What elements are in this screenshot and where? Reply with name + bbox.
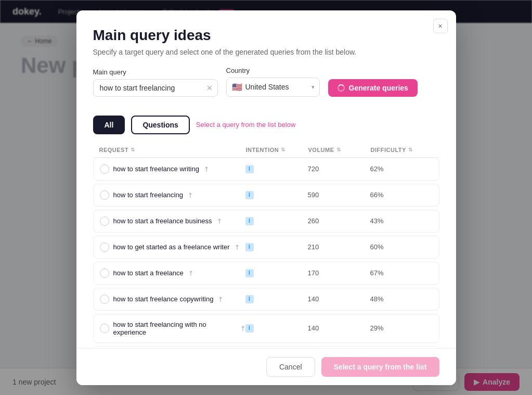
intention-badge: I	[245, 191, 254, 199]
cell-intention: I	[245, 324, 308, 333]
cell-intention: I	[245, 191, 308, 199]
external-link-icon: ↗	[201, 164, 211, 173]
cell-intention: I	[245, 217, 308, 225]
table-row[interactable]: how to get started as a freelance writer…	[93, 236, 439, 259]
request-text: how to start freelancing	[113, 191, 183, 199]
modal-footer: Cancel Select a query from the list	[76, 348, 456, 385]
cell-intention: I	[245, 243, 308, 251]
radio-circle	[100, 216, 109, 226]
main-query-modal: × Main query ideas Specify a target quer…	[76, 10, 456, 385]
cell-difficulty: 67%	[370, 269, 433, 277]
sort-volume-icon: ⇅	[336, 147, 341, 152]
results-table: REQUEST ⇅ INTENTION ⇅ VOLUME ⇅ DIFFICULT…	[76, 143, 456, 348]
cell-difficulty: 43%	[370, 217, 433, 225]
table-row[interactable]: how to start freelancing with no experie…	[93, 314, 439, 343]
main-query-input-wrapper: ✕	[93, 79, 218, 97]
cell-volume: 260	[308, 217, 370, 225]
cell-difficulty: 48%	[370, 295, 433, 303]
form-row: Main query ✕ Country 🇺🇸 United States ▾	[93, 67, 439, 97]
radio-circle	[100, 269, 109, 278]
cell-request: how to start freelancing with no experie…	[100, 321, 245, 336]
table-row[interactable]: how to start a freelance ↗ I 170 67%	[93, 262, 439, 285]
external-link-icon: ↗	[232, 242, 241, 251]
cell-difficulty: 60%	[370, 243, 433, 251]
request-text: how to get started as a freelance writer	[113, 243, 230, 251]
cell-volume: 590	[308, 191, 370, 199]
intention-badge: I	[245, 165, 254, 173]
country-select[interactable]: 🇺🇸 United States	[226, 78, 320, 97]
modal-header: × Main query ideas Specify a target quer…	[76, 10, 456, 116]
cancel-button[interactable]: Cancel	[266, 357, 315, 377]
table-row[interactable]: how to start freelancing ↗ I 590 66%	[93, 184, 439, 207]
table-row[interactable]: how to start freelance copywriting ↗ I 1…	[93, 288, 439, 311]
external-link-icon: ↗	[185, 190, 194, 199]
radio-circle	[100, 243, 109, 252]
cell-volume: 170	[308, 269, 370, 277]
intention-badge: I	[245, 295, 254, 303]
country-flag: 🇺🇸	[232, 82, 242, 92]
intention-badge: I	[245, 269, 254, 277]
cell-difficulty: 29%	[370, 324, 433, 332]
cell-volume: 140	[308, 295, 370, 303]
cell-request: how to start a freelance ↗	[100, 269, 245, 278]
filter-row: All Questions Select a query from the li…	[76, 116, 456, 134]
table-row[interactable]: how to start freelance writing ↗ I 720 6…	[93, 158, 439, 181]
cell-intention: I	[245, 269, 308, 277]
modal-subtitle: Specify a target query and select one of…	[93, 48, 439, 56]
spinner-icon	[338, 84, 345, 92]
radio-circle	[100, 164, 109, 174]
sort-difficulty-icon: ⇅	[408, 147, 413, 152]
modal-title: Main query ideas	[93, 27, 439, 44]
generate-queries-button[interactable]: Generate queries	[328, 79, 418, 97]
filter-hint: Select a query from the list below	[196, 121, 295, 129]
cell-request: how to start a freelance business ↗	[100, 216, 245, 226]
table-rows-container: how to start freelance writing ↗ I 720 6…	[93, 158, 439, 348]
tab-all[interactable]: All	[93, 116, 125, 134]
select-query-button[interactable]: Select a query from the list	[321, 357, 439, 377]
clear-input-button[interactable]: ✕	[206, 84, 213, 92]
th-volume: VOLUME ⇅	[308, 147, 371, 153]
tab-questions[interactable]: Questions	[131, 116, 189, 134]
cell-request: how to get started as a freelance writer…	[100, 243, 245, 252]
radio-circle	[100, 295, 109, 304]
generate-label: Generate queries	[349, 84, 408, 92]
cell-difficulty: 62%	[370, 165, 433, 173]
request-text: how to start freelance copywriting	[113, 295, 214, 303]
request-text: how to start a freelance	[113, 269, 184, 277]
request-text: how to start a freelance business	[113, 217, 212, 225]
sort-intention-icon: ⇅	[281, 147, 286, 152]
cell-intention: I	[245, 165, 308, 173]
cell-request: how to start freelance copywriting ↗	[100, 295, 245, 304]
external-link-icon: ↗	[214, 216, 224, 225]
main-query-group: Main query ✕	[93, 68, 218, 97]
cell-volume: 720	[308, 165, 370, 173]
radio-circle	[100, 190, 109, 200]
external-link-icon: ↗	[186, 268, 195, 277]
country-group: Country 🇺🇸 United States ▾	[226, 67, 320, 97]
intention-badge: I	[245, 243, 254, 251]
request-text: how to start freelancing with no experie…	[113, 321, 236, 336]
external-link-icon: ↗	[216, 294, 225, 303]
main-query-label: Main query	[93, 68, 218, 76]
cell-intention: I	[245, 295, 308, 303]
modal-overlay: × Main query ideas Specify a target quer…	[0, 0, 532, 395]
th-request: REQUEST ⇅	[99, 147, 246, 153]
main-query-input[interactable]	[93, 79, 218, 97]
country-select-wrapper: 🇺🇸 United States ▾	[226, 78, 320, 97]
cell-request: how to start freelance writing ↗	[100, 164, 245, 174]
request-text: how to start freelance writing	[113, 165, 199, 173]
sort-request-icon: ⇅	[131, 147, 135, 152]
table-row[interactable]: how to start a freelance business ↗ I 26…	[93, 210, 439, 233]
table-header: REQUEST ⇅ INTENTION ⇅ VOLUME ⇅ DIFFICULT…	[93, 143, 439, 158]
country-value: United States	[245, 83, 289, 91]
cell-volume: 140	[308, 324, 370, 332]
close-button[interactable]: ×	[433, 19, 448, 33]
th-intention: INTENTION ⇅	[246, 147, 308, 153]
cell-request: how to start freelancing ↗	[100, 190, 245, 200]
radio-circle	[100, 324, 109, 333]
th-difficulty: DIFFICULTY ⇅	[371, 147, 433, 153]
cell-volume: 210	[308, 243, 370, 251]
country-label: Country	[226, 67, 320, 74]
intention-badge: I	[245, 217, 254, 225]
cell-difficulty: 66%	[370, 191, 433, 199]
